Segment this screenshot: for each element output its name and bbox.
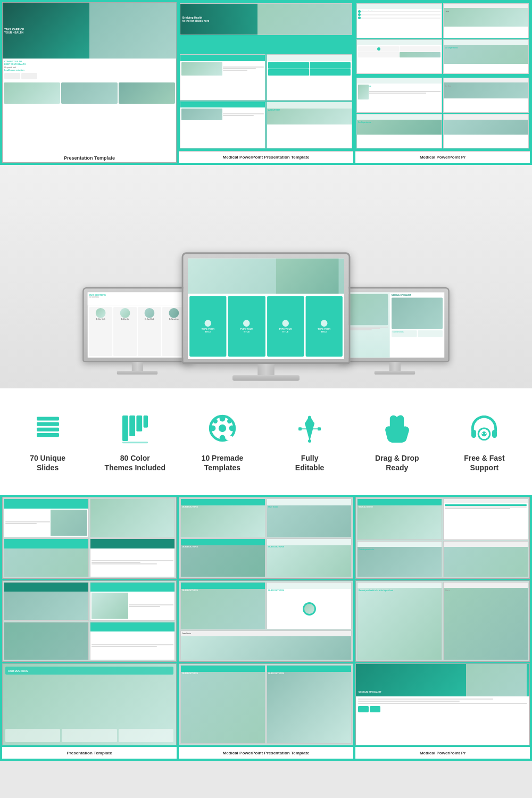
svg-point-11 [220, 416, 226, 422]
headset-icon [466, 410, 503, 447]
center-monitor-neck [257, 364, 275, 375]
palette-icon [117, 410, 154, 447]
feature-dragdrop: Drag & DropReady [355, 404, 439, 478]
features-section: 70 UniqueSlides 80 ColorThemes Included [0, 388, 532, 495]
left-monitor-neck [131, 362, 143, 371]
svg-rect-27 [492, 430, 497, 438]
svg-rect-5 [129, 415, 135, 436]
svg-point-16 [227, 419, 231, 423]
bottom-item-1-1[interactable] [2, 497, 177, 579]
center-monitor: TYPE YOURTITLE TYPE YOURTITLE TYPE YOURT… [181, 252, 350, 381]
svg-point-31 [485, 433, 486, 434]
gallery-col-1: TAKE CARE OFYOUR HEALTH CONNECT US TOKEE… [2, 2, 177, 163]
feature-label-editable: FullyEditable [295, 453, 324, 472]
monitor-section: OUR DOCTORS FOR DOCTORS Dr. John Smith D… [0, 165, 532, 388]
svg-point-19 [308, 439, 311, 443]
svg-point-12 [220, 435, 226, 441]
bottom-col-2: OUR DOCTORS Our Team OUR DOCTORS OUR DOC… [179, 497, 353, 759]
feature-support: Free & FastSupport [442, 404, 527, 478]
center-monitor-screen: TYPE YOURTITLE TYPE YOURTITLE TYPE YOURT… [188, 259, 344, 359]
center-monitor-base [232, 375, 300, 381]
svg-rect-7 [143, 415, 147, 428]
svg-marker-18 [305, 415, 314, 441]
gallery-label-1: Presentation Template [3, 154, 176, 162]
feature-label-slides: 70 UniqueSlides [30, 453, 65, 472]
gallery-col-3: Why Choose Our Doctors Latest Our Depart… [355, 2, 530, 163]
svg-rect-23 [308, 416, 311, 419]
svg-rect-0 [37, 433, 59, 437]
screen-box-4: TYPE YOURTITLE [305, 296, 343, 356]
right-monitor-frame: MEDICAL SPECIALIST Excellent Services [340, 287, 450, 362]
cursor-icon [378, 410, 415, 447]
right-monitor-screen: MEDICAL SPECIALIST Excellent Services [345, 292, 445, 358]
feature-label-dragdrop: Drag & DropReady [375, 453, 419, 472]
gallery-label-2: Medical PowerPoint Presentation Template [223, 155, 310, 160]
feature-color-themes: 80 ColorThemes Included [93, 404, 177, 478]
svg-rect-1 [37, 428, 59, 431]
bottom-item-2-1[interactable]: OUR DOCTORS Our Team OUR DOCTORS OUR DOC… [179, 497, 353, 579]
svg-rect-17 [226, 436, 232, 440]
left-monitor-screen: OUR DOCTORS FOR DOCTORS Dr. John Smith D… [88, 292, 187, 358]
bottom-item-1-2[interactable] [2, 580, 177, 662]
layers-icon [29, 410, 66, 447]
bottom-item-3-2[interactable]: We want your health to be at the highest… [355, 580, 530, 662]
svg-rect-8 [122, 442, 148, 443]
bottom-item-3-3[interactable]: MEDICAL SPECIALIST [355, 663, 530, 745]
right-monitor-base [375, 371, 415, 375]
svg-point-14 [229, 426, 235, 431]
bottom-item-3-1[interactable]: MEDICAL CENTER Patient operation for [355, 497, 530, 579]
svg-point-10 [219, 425, 226, 432]
left-monitor: OUR DOCTORS FOR DOCTORS Dr. John Smith D… [82, 287, 192, 375]
top-gallery: TAKE CARE OFYOUR HEALTH CONNECT US TOKEE… [0, 0, 532, 165]
bottom-label-3: Medical PowerPoint Pr [420, 751, 466, 755]
left-monitor-frame: OUR DOCTORS FOR DOCTORS Dr. John Smith D… [82, 287, 192, 362]
bottom-item-2-2[interactable]: OUR DOCTORS OUR DOCTORS Team Doctor [179, 580, 353, 662]
feature-label-support: Free & FastSupport [464, 453, 504, 472]
left-monitor-base [117, 371, 158, 375]
svg-rect-4 [122, 415, 128, 441]
bottom-item-2-3[interactable]: OUR DOCTORS OUR DOCTORS [179, 663, 353, 745]
svg-rect-26 [471, 430, 476, 438]
edit-icon [291, 410, 328, 447]
bottom-col-1: OUR DOCTORS Presentation Template [2, 497, 177, 759]
svg-rect-6 [136, 415, 142, 431]
screen-box-3: TYPE YOURTITLE [267, 296, 304, 356]
svg-point-30 [482, 433, 483, 434]
right-monitor-neck [389, 362, 400, 371]
right-monitor: MEDICAL SPECIALIST Excellent Services [340, 287, 450, 375]
feature-unique-slides: 70 UniqueSlides [5, 404, 90, 478]
screen-box-1: TYPE YOURTITLE [189, 296, 227, 356]
template-icon [204, 410, 241, 447]
screen-box-2: TYPE YOURTITLE [228, 296, 265, 356]
bottom-col-3: MEDICAL CENTER Patient operation for [355, 497, 530, 759]
monitors-container: OUR DOCTORS FOR DOCTORS Dr. John Smith D… [11, 176, 521, 378]
svg-point-29 [482, 431, 487, 437]
svg-rect-2 [37, 422, 59, 426]
feature-premade: 10 PremadeTemplates [180, 404, 264, 478]
feature-label-themes: 80 ColorThemes Included [105, 453, 165, 472]
feature-editable: FullyEditable [268, 404, 352, 478]
bottom-label-1: Presentation Template [66, 751, 112, 755]
bottom-item-1-3[interactable]: OUR DOCTORS [2, 663, 177, 745]
gallery-item-1-1[interactable]: TAKE CARE OFYOUR HEALTH CONNECT US TOKEE… [2, 2, 177, 163]
center-monitor-frame: TYPE YOURTITLE TYPE YOURTITLE TYPE YOURT… [181, 252, 350, 364]
svg-rect-3 [37, 417, 59, 420]
bottom-gallery: OUR DOCTORS Presentation Template OUR DO… [0, 495, 532, 761]
gallery-label-3: Medical PowerPoint Pr [420, 155, 466, 160]
feature-label-premade: 10 PremadeTemplates [202, 453, 244, 472]
svg-point-13 [210, 426, 216, 431]
gallery-col-2: Bridging Healthto the far places here AB… [179, 2, 353, 163]
right-screen-title: MEDICAL SPECIALIST [392, 294, 443, 296]
bottom-label-2: Medical PowerPoint Presentation Template [223, 751, 310, 755]
svg-point-15 [213, 419, 218, 423]
